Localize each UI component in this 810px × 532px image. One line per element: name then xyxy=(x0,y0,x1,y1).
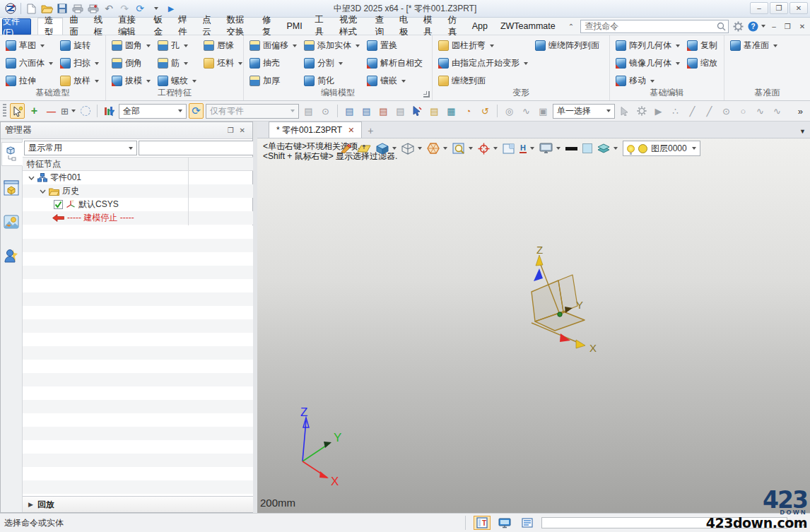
tab-close-icon[interactable]: ✕ xyxy=(348,126,354,135)
box-button[interactable]: 六面体 xyxy=(4,54,54,72)
play-icon[interactable]: ▶ xyxy=(163,1,179,16)
part-statistics-icon[interactable]: ◔ xyxy=(461,103,476,119)
user-role-tab[interactable] xyxy=(1,244,22,268)
batch-print-icon[interactable] xyxy=(86,1,101,16)
target-point-icon[interactable] xyxy=(478,143,498,155)
curve-pick-icon[interactable]: ∿ xyxy=(753,103,768,119)
tab-app[interactable]: App xyxy=(466,18,494,35)
chamfer-button[interactable]: 倒角 xyxy=(110,54,152,72)
tree-row-csys[interactable]: Y 默认CSYS xyxy=(23,198,286,211)
document-restore-icon[interactable]: ❐ xyxy=(782,23,793,30)
curve-tool-icon[interactable]: ∿ xyxy=(519,103,534,119)
add-shape-button[interactable]: 添加实体 xyxy=(303,37,361,54)
pick-filter-edge-icon[interactable]: ▤ xyxy=(393,103,408,119)
file-menu-button[interactable]: 文件(F) xyxy=(2,18,31,35)
tab-pmi[interactable]: PMI xyxy=(280,18,308,35)
filter-option-2-icon[interactable]: ⊙ xyxy=(318,103,333,119)
pick-cursor-gray-icon[interactable] xyxy=(617,103,632,119)
tab-weldment[interactable]: 焊件 xyxy=(172,18,196,35)
stock-button[interactable]: 坯料 xyxy=(202,54,244,72)
tab-wireframe[interactable]: 线框 xyxy=(88,18,112,35)
axis-pick-icon[interactable]: ╱ xyxy=(702,103,717,119)
settings-gear-icon[interactable] xyxy=(733,21,744,32)
tab-tools[interactable]: 工具 xyxy=(309,18,333,35)
viewport-layout-icon[interactable] xyxy=(503,143,515,154)
remove-selection-icon[interactable]: — xyxy=(44,103,59,119)
chevron-down-icon[interactable] xyxy=(28,176,35,180)
face-offset-button[interactable]: 面偏移 xyxy=(248,37,298,54)
point-cloud-pick-icon[interactable]: ∴ xyxy=(668,103,683,119)
copy-button[interactable]: 复制 xyxy=(686,37,719,54)
section-view-icon[interactable] xyxy=(427,143,447,154)
wireframe-display-icon[interactable] xyxy=(401,143,422,155)
playback-expand-icon[interactable]: ▶ xyxy=(28,501,33,508)
pattern-geometry-button[interactable]: 阵列几何体 xyxy=(614,37,681,54)
lasso-select-icon[interactable] xyxy=(78,103,93,119)
sweep-button[interactable]: 扫掠 xyxy=(59,54,100,72)
tree-row-modeling-stop[interactable]: ----- 建模停止 ----- xyxy=(23,211,286,225)
tree-row-part[interactable]: 零件001 xyxy=(23,171,286,184)
replace-button[interactable]: 置换 xyxy=(365,37,424,54)
line-color-swatch[interactable] xyxy=(565,147,577,150)
tab-point-cloud[interactable]: 点云 xyxy=(196,18,220,35)
resume-filter-icon[interactable]: ⟳ xyxy=(189,103,204,119)
dialog-launcher-icon[interactable] xyxy=(423,91,430,97)
compass-icon[interactable]: ◎ xyxy=(502,103,517,119)
sketch-button[interactable]: 草图 xyxy=(4,37,54,54)
panel-restore-icon[interactable]: ❐ xyxy=(225,126,237,134)
save-icon[interactable] xyxy=(54,1,70,16)
help-icon[interactable]: ? xyxy=(748,21,765,32)
window-restore-button[interactable]: ❐ xyxy=(770,2,788,14)
pick-filter-all-icon[interactable]: ▤ xyxy=(342,103,357,119)
pick-settings-icon[interactable] xyxy=(634,103,649,119)
manager-tree-tab[interactable] xyxy=(1,142,23,166)
datum-plane-toggle-icon[interactable] xyxy=(357,143,371,154)
tab-zwteammate[interactable]: ZWTeammate xyxy=(494,18,562,35)
image-manager-tab[interactable] xyxy=(1,210,22,234)
circle-pick-icon[interactable]: ○ xyxy=(736,103,751,119)
pick-cursor-icon[interactable] xyxy=(10,103,25,119)
zoom-window-icon[interactable] xyxy=(452,143,473,155)
tab-simulation[interactable]: 仿真 xyxy=(441,18,465,35)
undo-icon[interactable]: ↶ xyxy=(101,1,117,16)
display-mode-dropdown[interactable]: 显示常用 xyxy=(24,141,137,155)
tab-data-exchange[interactable]: 数据交换 xyxy=(220,18,256,35)
print-icon[interactable] xyxy=(70,1,86,16)
add-selection-icon[interactable]: + xyxy=(27,103,42,119)
layer-color-icon[interactable] xyxy=(638,144,647,153)
layer-stack-icon[interactable] xyxy=(597,143,618,153)
morph-from-point-button[interactable]: 由指定点开始变形 xyxy=(437,54,529,72)
divide-button[interactable]: 分割 xyxy=(303,54,361,72)
face-color-swatch[interactable] xyxy=(582,143,592,153)
new-tab-button[interactable]: + xyxy=(362,125,379,138)
tab-inquire[interactable]: 查询 xyxy=(369,18,393,35)
regen-icon[interactable]: ⟳ xyxy=(132,1,148,16)
spline-pick-icon[interactable]: ∿ xyxy=(770,103,785,119)
tab-list-icon[interactable]: ▼ xyxy=(799,128,806,135)
tab-mold[interactable]: 模具 xyxy=(417,18,441,35)
shaded-display-icon[interactable] xyxy=(376,143,397,155)
center-pick-icon[interactable]: ⊙ xyxy=(719,103,734,119)
entity-filter-dropdown[interactable]: 全部 xyxy=(119,104,187,119)
selection-list-icon[interactable]: ▤ xyxy=(427,103,442,119)
add-box-select-icon[interactable]: ⊞ xyxy=(61,103,76,119)
layer-selector[interactable]: 图层0000 xyxy=(623,141,700,156)
visual-manager-tab[interactable] xyxy=(1,176,22,200)
datum-plane-button[interactable]: 基准面 xyxy=(729,37,779,54)
mirror-geometry-button[interactable]: 镜像几何体 xyxy=(614,54,681,72)
ribbon-collapse-icon[interactable]: ⌃ xyxy=(562,18,580,35)
history-replay-icon[interactable]: ↺ xyxy=(478,103,493,119)
tree-row-history[interactable]: 历史 xyxy=(23,184,286,198)
part-filter-dropdown[interactable]: 仅有零件 xyxy=(206,104,299,119)
redo-icon[interactable]: ↷ xyxy=(117,1,132,16)
cylindrical-bend-button[interactable]: 圆柱折弯 xyxy=(437,37,529,54)
stop-arrow-icon[interactable] xyxy=(52,214,64,222)
toolbar-grip[interactable] xyxy=(3,104,6,118)
tab-visualize[interactable]: 视觉样式 xyxy=(333,18,369,35)
app-logo-icon[interactable] xyxy=(3,1,18,16)
lip-button[interactable]: 唇缘 xyxy=(202,37,244,54)
monitor-icon[interactable] xyxy=(496,516,513,530)
tab-shape[interactable]: 造型 xyxy=(37,18,63,35)
toolbar-overflow-icon[interactable]: » xyxy=(798,106,809,117)
play-selection-icon[interactable]: ▶ xyxy=(651,103,666,119)
